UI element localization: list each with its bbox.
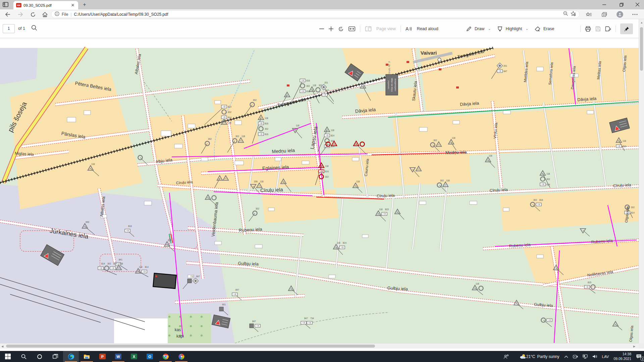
taskbar-edge-icon[interactable]	[63, 351, 79, 362]
print-icon[interactable]	[585, 26, 591, 32]
svg-text:847: 847	[503, 70, 507, 72]
svg-text:Cīruļu iela slēgta: Cīruļu iela slēgta	[391, 78, 393, 92]
svg-text:901: 901	[222, 303, 226, 306]
street-label: Cīruļu iela	[613, 183, 631, 188]
svg-text:302: 302	[235, 135, 239, 137]
station-marker	[438, 58, 441, 61]
search-icon[interactable]	[31, 25, 37, 31]
new-tab-button[interactable]: +	[82, 2, 88, 8]
taskbar-word-icon[interactable]: W	[110, 351, 126, 362]
highlight-label[interactable]: Highlight	[506, 26, 522, 31]
taskbar-chrome-icon[interactable]	[158, 351, 173, 362]
taskbar-cortana-icon[interactable]	[32, 351, 47, 362]
fit-to-width-icon[interactable]	[348, 26, 355, 31]
svg-text:302: 302	[440, 179, 444, 182]
tray-expand-icon[interactable]	[562, 351, 571, 362]
zoom-in-icon[interactable]	[329, 26, 333, 31]
notification-center-icon[interactable]: 3	[634, 351, 644, 362]
erase-icon[interactable]	[535, 26, 540, 32]
page-view-label[interactable]: Page view	[376, 26, 396, 31]
collections-icon[interactable]	[601, 11, 608, 18]
url-separator: |	[70, 12, 71, 17]
pdf-toolbar: 1 of 1 Page view A Read aloud Draw ⌄ Hig…	[0, 19, 639, 38]
window-restore-button[interactable]	[616, 0, 627, 9]
network-icon[interactable]	[580, 351, 590, 362]
info-icon[interactable]	[55, 11, 59, 17]
tab-close-icon[interactable]: ✕	[70, 3, 75, 8]
taskbar-task-view-icon[interactable]	[47, 351, 63, 362]
highlight-chevron-icon[interactable]: ⌄	[526, 27, 528, 31]
svg-text:118: 118	[228, 122, 231, 124]
scroll-up-icon[interactable]: ▲	[640, 21, 643, 24]
refresh-icon[interactable]	[29, 11, 37, 18]
screen: { "browser":{ "tab_title":"09.30_SO25.pd…	[0, 0, 644, 362]
pin-toolbar-button[interactable]	[620, 23, 633, 34]
taskbar: PWXO 21°CPartly sunny LAV 14:3809.09.202…	[0, 351, 644, 362]
svg-text:118: 118	[489, 155, 492, 157]
read-aloud-icon[interactable]: A	[406, 26, 412, 32]
system-tray: 21°CPartly sunny LAV 14:3809.09.2021 3	[501, 351, 644, 362]
highlight-icon[interactable]	[497, 26, 503, 32]
home-icon[interactable]	[41, 11, 49, 18]
svg-text:206: 206	[254, 180, 258, 183]
zoom-out-icon[interactable]	[319, 26, 324, 31]
language-indicator[interactable]: LAV	[600, 351, 611, 362]
weather-widget[interactable]: 21°CPartly sunny	[517, 351, 562, 362]
browser-tab[interactable]: PDF 09.30_SO25.pdf ✕	[13, 1, 78, 9]
taskbar-excel-icon[interactable]: X	[126, 351, 142, 362]
browser-tab-bar: PDF 09.30_SO25.pdf ✕ +	[0, 0, 644, 9]
svg-text:302: 302	[256, 207, 259, 210]
clock[interactable]: 14:3809.09.2021	[611, 351, 634, 362]
svg-text:814: 814	[343, 242, 346, 244]
save-icon[interactable]	[595, 26, 601, 32]
taskbar-file-explorer-icon[interactable]	[79, 351, 95, 362]
settings-menu-icon[interactable]	[631, 11, 639, 18]
draw-chevron-icon[interactable]: ⌄	[488, 27, 491, 31]
svg-text:302: 302	[325, 176, 329, 178]
zoom-out-page-icon[interactable]	[563, 11, 568, 17]
erase-label[interactable]: Erase	[543, 26, 554, 31]
scroll-right-icon[interactable]: ▶	[633, 345, 635, 348]
taskbar-search-icon[interactable]	[16, 351, 32, 362]
page-number-input[interactable]: 1	[3, 24, 15, 33]
toolbar-separator	[400, 25, 401, 32]
svg-text:302: 302	[265, 128, 268, 130]
url-field[interactable]: File | C:/Users/User/AppData/Local/Temp/…	[51, 10, 580, 18]
page-view-icon[interactable]	[365, 26, 372, 32]
svg-text:302: 302	[306, 85, 310, 87]
back-icon[interactable]	[4, 11, 11, 18]
svg-text:118: 118	[313, 84, 316, 86]
vertical-scroll-thumb[interactable]	[640, 27, 643, 71]
meet-now-icon[interactable]	[571, 351, 580, 362]
taskbar-outlook-icon[interactable]: O	[142, 351, 158, 362]
taskbar-start-icon[interactable]	[0, 351, 16, 362]
window-minimize-button[interactable]	[599, 0, 609, 9]
favorites-bar-icon[interactable]	[585, 11, 592, 18]
map-canvas[interactable]: 8143028141183021188163028168163028161183…	[0, 38, 639, 343]
vertical-scrollbar[interactable]: ▲ ▼	[639, 19, 644, 349]
scroll-left-icon[interactable]: ◀	[1, 345, 3, 348]
svg-text:816: 816	[128, 225, 132, 227]
forward-icon[interactable]	[17, 11, 24, 18]
svg-text:201: 201	[503, 65, 507, 67]
save-as-icon[interactable]	[605, 26, 611, 32]
svg-text:302: 302	[433, 139, 437, 141]
window-close-button[interactable]	[632, 0, 642, 9]
svg-text:847: 847	[196, 275, 200, 278]
add-favorite-icon[interactable]	[571, 11, 576, 17]
horizontal-scroll-thumb[interactable]	[6, 345, 375, 348]
volume-icon[interactable]	[590, 351, 600, 362]
taskbar-powerpoint-icon[interactable]: P	[95, 351, 110, 362]
draw-icon[interactable]	[466, 26, 472, 32]
draw-label[interactable]: Draw	[475, 26, 484, 31]
profile-avatar[interactable]	[616, 11, 623, 18]
horizontal-scrollbar[interactable]: ◀ ▶	[0, 343, 639, 349]
vertical-tabs-icon[interactable]	[3, 2, 9, 8]
people-icon[interactable]	[501, 351, 511, 362]
rotate-icon[interactable]	[338, 26, 344, 32]
read-aloud-label[interactable]: Read aloud	[417, 26, 438, 31]
street-label: kas	[175, 327, 181, 332]
taskbar-picasa-icon[interactable]	[173, 351, 189, 362]
svg-text:118: 118	[623, 140, 626, 142]
svg-text:816: 816	[539, 199, 543, 201]
